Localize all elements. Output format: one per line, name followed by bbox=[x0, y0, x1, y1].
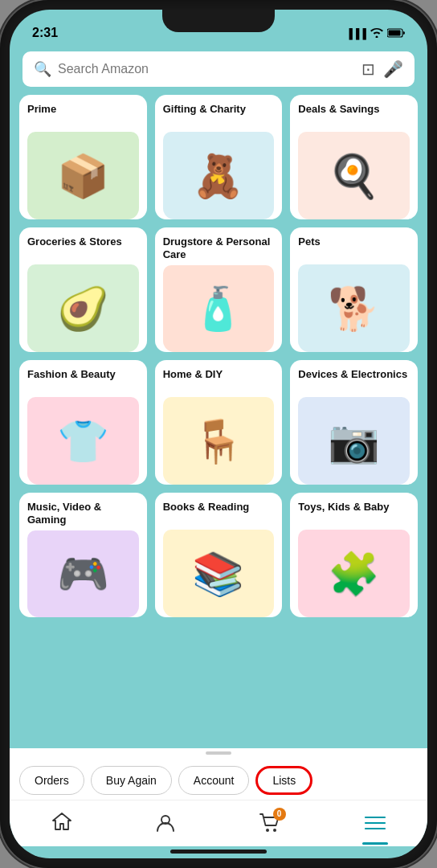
person-icon bbox=[155, 813, 176, 837]
svg-point-4 bbox=[273, 829, 276, 832]
nav-cart[interactable]: 0 bbox=[243, 809, 297, 840]
status-time: 2:31 bbox=[32, 26, 58, 40]
category-emoji-music-video-gaming: 🎮 bbox=[57, 553, 109, 595]
quick-link-orders[interactable]: Orders bbox=[19, 766, 84, 795]
category-image-music-video-gaming: 🎮 bbox=[27, 530, 139, 617]
search-placeholder: Search Amazon bbox=[58, 62, 355, 76]
quick-link-account[interactable]: Account bbox=[178, 766, 250, 795]
wifi-icon bbox=[370, 27, 383, 40]
search-right-icons: ⊡ 🎤 bbox=[361, 59, 403, 79]
category-image-pets: 🐕 bbox=[298, 264, 410, 352]
category-emoji-deals-savings: 🍳 bbox=[328, 155, 380, 197]
category-image-gifting-charity: 🧸 bbox=[163, 132, 275, 219]
cart-badge: 0 bbox=[259, 813, 281, 837]
scroll-indicator bbox=[10, 748, 427, 758]
camera-scan-icon[interactable]: ⊡ bbox=[361, 59, 375, 79]
category-image-fashion-beauty: 👕 bbox=[27, 397, 139, 485]
category-grid: Prime📦Gifting & Charity🧸Deals & Savings🍳… bbox=[19, 95, 418, 617]
category-label-toys-kids-baby: Toys, Kids & Baby bbox=[298, 501, 410, 525]
category-image-prime: 📦 bbox=[27, 132, 139, 219]
category-emoji-gifting-charity: 🧸 bbox=[192, 155, 244, 197]
category-label-books-reading: Books & Reading bbox=[163, 501, 275, 525]
category-image-toys-kids-baby: 🧩 bbox=[298, 530, 410, 617]
cart-icon bbox=[259, 822, 281, 836]
nav-menu[interactable] bbox=[348, 811, 402, 838]
nav-account[interactable] bbox=[139, 809, 192, 840]
signal-icon: ▐▐▐ bbox=[345, 28, 366, 39]
home-indicator bbox=[170, 850, 267, 854]
svg-rect-1 bbox=[389, 30, 401, 35]
menu-icon bbox=[364, 814, 386, 835]
notch bbox=[162, 10, 275, 32]
category-label-pets: Pets bbox=[298, 235, 410, 260]
battery-icon bbox=[387, 28, 405, 40]
category-image-books-reading: 📚 bbox=[163, 530, 275, 617]
quick-links: OrdersBuy AgainAccountLists bbox=[10, 758, 427, 800]
category-label-deals-savings: Deals & Savings bbox=[298, 103, 410, 127]
phone-screen: 2:31 ▐▐▐ 🔍 Search Amazon ⊡ 🎤 Pr bbox=[10, 10, 427, 858]
category-emoji-prime: 📦 bbox=[57, 155, 109, 197]
category-image-groceries-stores: 🥑 bbox=[27, 264, 139, 352]
bottom-nav: 0 bbox=[10, 800, 427, 846]
quick-link-lists[interactable]: Lists bbox=[255, 766, 312, 795]
mic-icon[interactable]: 🎤 bbox=[383, 59, 403, 79]
category-card-fashion-beauty[interactable]: Fashion & Beauty👕 bbox=[19, 360, 147, 485]
category-card-toys-kids-baby[interactable]: Toys, Kids & Baby🧩 bbox=[290, 493, 418, 617]
category-card-groceries-stores[interactable]: Groceries & Stores🥑 bbox=[19, 227, 147, 352]
category-label-drugstore-personal-care: Drugstore & Personal Care bbox=[163, 235, 275, 260]
phone-frame: 2:31 ▐▐▐ 🔍 Search Amazon ⊡ 🎤 Pr bbox=[0, 0, 437, 868]
category-label-prime: Prime bbox=[27, 103, 139, 127]
category-image-devices-electronics: 📷 bbox=[298, 397, 410, 485]
search-icon: 🔍 bbox=[34, 60, 51, 78]
category-label-music-video-gaming: Music, Video & Gaming bbox=[27, 501, 139, 526]
category-card-music-video-gaming[interactable]: Music, Video & Gaming🎮 bbox=[19, 493, 147, 617]
category-image-home-diy: 🪑 bbox=[163, 397, 275, 485]
category-card-prime[interactable]: Prime📦 bbox=[19, 95, 147, 219]
category-emoji-groceries-stores: 🥑 bbox=[57, 288, 109, 330]
search-bar[interactable]: 🔍 Search Amazon ⊡ 🎤 bbox=[22, 51, 415, 87]
category-emoji-fashion-beauty: 👕 bbox=[57, 420, 109, 462]
category-label-devices-electronics: Devices & Electronics bbox=[298, 368, 410, 392]
category-label-gifting-charity: Gifting & Charity bbox=[163, 103, 275, 127]
category-card-drugstore-personal-care[interactable]: Drugstore & Personal Care🧴 bbox=[155, 227, 283, 352]
category-card-devices-electronics[interactable]: Devices & Electronics📷 bbox=[290, 360, 418, 485]
category-emoji-pets: 🐕 bbox=[328, 288, 380, 330]
nav-home[interactable] bbox=[35, 809, 88, 840]
category-label-home-diy: Home & DIY bbox=[163, 368, 275, 392]
category-emoji-books-reading: 📚 bbox=[192, 553, 244, 595]
scroll-dot bbox=[206, 751, 231, 755]
svg-point-3 bbox=[266, 829, 269, 832]
category-card-gifting-charity[interactable]: Gifting & Charity🧸 bbox=[155, 95, 283, 219]
cart-count-badge: 0 bbox=[273, 808, 286, 821]
category-label-fashion-beauty: Fashion & Beauty bbox=[27, 368, 139, 392]
category-emoji-home-diy: 🪑 bbox=[192, 420, 244, 462]
category-image-deals-savings: 🍳 bbox=[298, 132, 410, 219]
quick-link-buy-again[interactable]: Buy Again bbox=[91, 766, 172, 795]
category-emoji-toys-kids-baby: 🧩 bbox=[328, 553, 380, 595]
category-card-deals-savings[interactable]: Deals & Savings🍳 bbox=[290, 95, 418, 219]
status-icons: ▐▐▐ bbox=[345, 27, 405, 40]
category-image-drugstore-personal-care: 🧴 bbox=[163, 265, 275, 352]
category-grid-scroll: Prime📦Gifting & Charity🧸Deals & Savings🍳… bbox=[10, 95, 427, 748]
category-emoji-devices-electronics: 📷 bbox=[328, 420, 380, 462]
category-card-pets[interactable]: Pets🐕 bbox=[290, 227, 418, 352]
category-card-home-diy[interactable]: Home & DIY🪑 bbox=[155, 360, 283, 485]
category-card-books-reading[interactable]: Books & Reading📚 bbox=[155, 493, 283, 617]
category-emoji-drugstore-personal-care: 🧴 bbox=[192, 288, 244, 330]
category-label-groceries-stores: Groceries & Stores bbox=[27, 235, 139, 260]
home-icon bbox=[51, 812, 72, 837]
